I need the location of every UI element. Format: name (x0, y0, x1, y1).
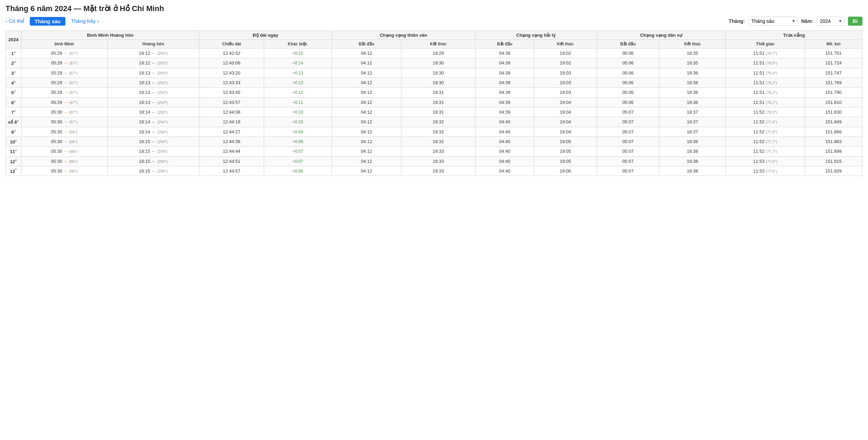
month-select-wrapper: Tháng một Tháng hai Tháng ba Tháng tư Th… (748, 17, 798, 26)
length-cell: 12:44:51 (199, 156, 264, 166)
naut-end-cell: 19:04 (534, 97, 597, 107)
day-chevron: v (15, 148, 17, 152)
mil-km-cell: 151.899 (805, 147, 862, 156)
table-row[interactable]: 3v 05:29 → (67°) 18:13 ← (293°) 12:43:20… (6, 68, 862, 78)
diff-value: +0:07 (292, 159, 303, 164)
sunrise-cell: 05:30 → (67°) (21, 107, 107, 117)
civil-start-cell: 05:07 (597, 117, 659, 127)
day-cell[interactable]: số 8v (6, 117, 21, 127)
length-cell: 12:44:18 (199, 117, 264, 127)
mil-km-cell: 151.701 (805, 49, 862, 58)
table-row[interactable]: 10v 05:30 → (66°) 18:15 ← (294°) 12:44:3… (6, 137, 862, 146)
day-number: 2 (11, 61, 13, 66)
naut-start-cell: 04:40 (475, 137, 534, 146)
sunrise-cell: 05:30 → (66°) (21, 137, 107, 146)
table-row[interactable]: 13^ 05:30 → (66°) 18:15 ← (294°) 12:44:5… (6, 166, 862, 176)
day-cell[interactable]: 5v (6, 88, 21, 97)
astro-end-cell: 19:30 (401, 58, 475, 68)
prev-month-link[interactable]: ‹ Có thể (6, 18, 24, 24)
noon-time-cell: 11:51 (78,5°) (726, 58, 805, 68)
go-button[interactable]: Đi (848, 17, 862, 26)
sunrise-arrow-icon: → (63, 159, 69, 164)
noon-time-cell: 11:52 (78,0°) (726, 107, 805, 117)
table-row[interactable]: số 8v 05:30 → (67°) 18:14 ← (294°) 12:44… (6, 117, 862, 127)
table-row[interactable]: 7v 05:30 → (67°) 18:14 ← (293°) 12:44:08… (6, 107, 862, 117)
naut-start-cell: 04:39 (475, 78, 534, 87)
sunrise-arrow-icon: → (63, 100, 69, 105)
col-naut: Chạng vạng hải lý (475, 31, 597, 40)
day-chevron: v (14, 99, 16, 103)
civil-start-cell: 05:07 (597, 137, 659, 146)
month-select[interactable]: Tháng một Tháng hai Tháng ba Tháng tư Th… (748, 17, 798, 26)
year-selector-label: Năm: (801, 18, 813, 24)
length-cell: 12:44:36 (199, 137, 264, 146)
noon-deg: (78,3°) (766, 81, 777, 85)
sunrise-cell: 05:30 → (67°) (21, 117, 107, 127)
mil-km-cell: 151.724 (805, 58, 862, 68)
diff-value: +0:09 (292, 130, 303, 134)
day-cell[interactable]: 12v (6, 156, 21, 166)
table-row[interactable]: 4v 05:29 → (67°) 18:13 ← (293°) 12:43:33… (6, 78, 862, 87)
next-month-link[interactable]: Tháng bảy › (71, 18, 99, 24)
day-cell[interactable]: 13^ (6, 166, 21, 176)
diff-value: +0:13 (292, 80, 303, 85)
col-binh-minh: bình Minh (21, 40, 107, 49)
table-row[interactable]: 5v 05:29 → (67°) 18:13 ← (293°) 12:43:45… (6, 88, 862, 97)
noon-deg: (78,4°) (766, 71, 777, 75)
sunset-deg: (293°) (157, 71, 168, 75)
sunset-time: 18:12 (139, 60, 150, 65)
sunrise-arrow-icon: → (63, 51, 69, 56)
sunset-arrow-icon: ← (152, 159, 157, 164)
day-cell[interactable]: 11v (6, 147, 21, 156)
table-row[interactable]: 12v 05:30 → (66°) 18:15 ← (294°) 12:44:5… (6, 156, 862, 166)
length-cell: 12:43:33 (199, 78, 264, 87)
day-cell[interactable]: 9v (6, 127, 21, 137)
day-cell[interactable]: 4v (6, 78, 21, 87)
sunrise-cell: 05:29 → (67°) (21, 58, 107, 68)
civil-end-cell: 18:37 (659, 127, 726, 137)
sunset-cell: 18:15 ← (294°) (107, 166, 199, 176)
naut-end-cell: 19:04 (534, 127, 597, 137)
sunset-time: 18:12 (139, 51, 150, 56)
sunset-arrow-icon: ← (152, 168, 157, 174)
day-cell[interactable]: 3v (6, 68, 21, 78)
naut-end-cell: 19:05 (534, 147, 597, 156)
naut-start-cell: 04:40 (475, 156, 534, 166)
sunset-time: 18:15 (139, 139, 150, 144)
sunset-arrow-icon: ← (152, 70, 157, 76)
sunrise-time: 05:30 (51, 109, 62, 115)
year-select[interactable]: 2022 2023 2024 2025 2026 (817, 17, 844, 26)
sunrise-deg: (67°) (69, 90, 78, 95)
sunset-time: 18:13 (139, 100, 150, 105)
day-cell[interactable]: 10v (6, 137, 21, 146)
astro-start-cell: 04:12 (332, 127, 401, 137)
civil-start-cell: 05:06 (597, 68, 659, 78)
day-cell[interactable]: 6v (6, 97, 21, 107)
day-number: 1 (11, 51, 13, 56)
sunrise-deg: (67°) (69, 100, 78, 105)
astro-start-cell: 04:12 (332, 147, 401, 156)
col-year: 2024 (6, 31, 21, 49)
day-cell[interactable]: 7v (6, 107, 21, 117)
sunrise-deg: (67°) (69, 120, 78, 124)
month-selector-label: Tháng: (729, 18, 745, 24)
noon-deg: (77,7°) (766, 140, 777, 144)
day-cell[interactable]: 2v (6, 58, 21, 68)
table-row[interactable]: 2v 05:29 → (67°) 18:12 ← (293°) 12:43:06… (6, 58, 862, 68)
sunrise-time: 05:29 (51, 60, 62, 65)
sunrise-time: 05:30 (51, 159, 62, 164)
col-civil-start: Bắt đầu (597, 40, 659, 49)
table-row[interactable]: 6v 05:29 → (67°) 18:13 ← (293°) 12:43:57… (6, 97, 862, 107)
mil-km-cell: 151.810 (805, 97, 862, 107)
sunrise-arrow-icon: → (63, 109, 69, 115)
table-row[interactable]: 11v 05:30 → (66°) 18:15 ← (294°) 12:44:4… (6, 147, 862, 156)
day-cell[interactable]: 1v (6, 49, 21, 58)
civil-end-cell: 18:38 (659, 166, 726, 176)
sunset-cell: 18:15 ← (294°) (107, 156, 199, 166)
table-row[interactable]: 1v 05:29 → (67°) 18:12 ← (293°) 12:42:52… (6, 49, 862, 58)
diff-value: +0:08 (292, 139, 303, 144)
sunset-cell: 18:13 ← (293°) (107, 88, 199, 97)
astro-end-cell: 19:33 (401, 156, 475, 166)
table-row[interactable]: 9v 05:30 → (66°) 18:14 ← (294°) 12:44:27… (6, 127, 862, 137)
day-chevron: v (14, 89, 16, 93)
